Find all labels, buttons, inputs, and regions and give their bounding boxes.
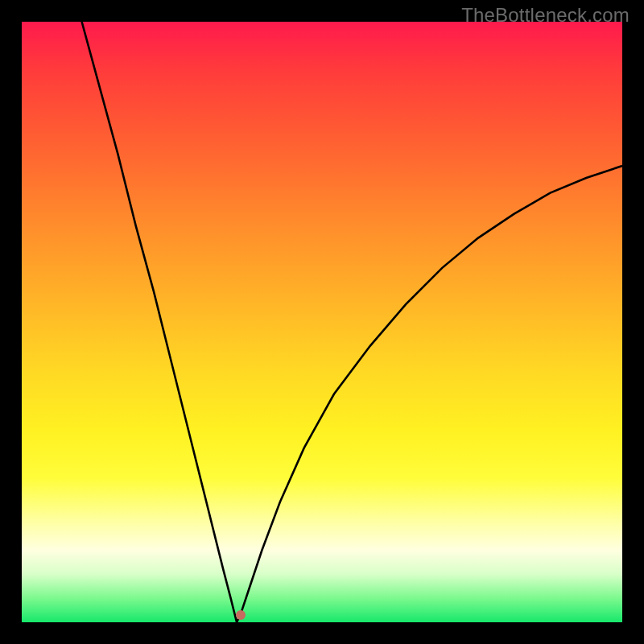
attribution-watermark: TheBottleneck.com	[461, 4, 630, 27]
bottleneck-curve	[22, 22, 622, 622]
curve-path	[82, 22, 622, 622]
chart-frame: TheBottleneck.com	[0, 0, 644, 644]
cusp-marker	[236, 610, 246, 620]
